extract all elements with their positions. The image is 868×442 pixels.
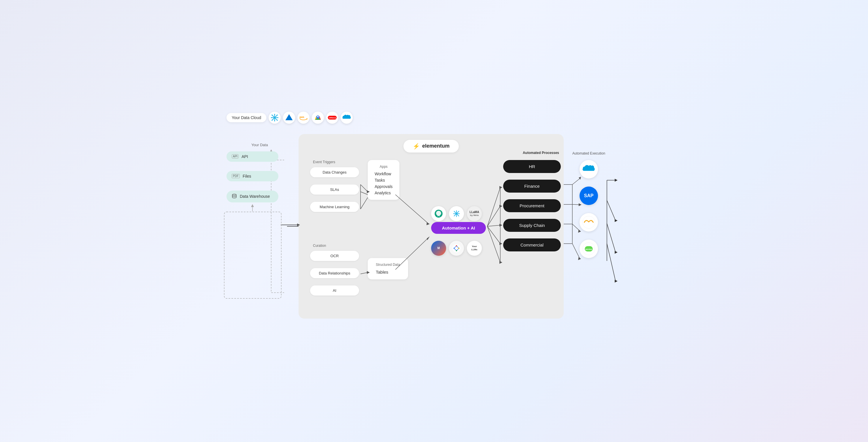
- your-data-cloud-pill: Your Data Cloud: [226, 113, 266, 122]
- svg-marker-71: [499, 242, 502, 245]
- automated-execution-section: Automated Execution SAP: [572, 151, 605, 258]
- svg-point-43: [232, 194, 236, 196]
- servicenow-exec: service: [580, 240, 598, 258]
- gcp-logo-circle: [312, 112, 324, 124]
- svg-marker-42: [615, 280, 618, 283]
- aws-logo-circle: aws: [298, 112, 310, 124]
- gemma-circle: [449, 241, 464, 256]
- ml-pill: Machine Learning: [310, 202, 359, 212]
- workday-exec: [580, 213, 598, 232]
- azure-logo-circle: [283, 112, 295, 124]
- cloud-pill-label: Your Data Cloud: [232, 115, 261, 120]
- svg-line-36: [607, 224, 616, 252]
- svg-point-50: [454, 247, 455, 248]
- svg-point-4: [278, 117, 279, 118]
- svg-marker-40: [615, 219, 618, 222]
- salesforce-logo-circle: [341, 112, 353, 124]
- elementum-logo: ⚡ elementum: [403, 140, 459, 152]
- elementum-brand: elementum: [422, 143, 450, 149]
- svg-rect-79: [224, 212, 281, 298]
- svg-line-35: [607, 200, 616, 220]
- elementum-header: ⚡ elementum: [304, 140, 558, 152]
- svg-marker-70: [499, 224, 502, 227]
- svg-marker-39: [615, 179, 618, 182]
- svg-line-51: [361, 184, 368, 192]
- automation-ai-pill: Automation + AI: [431, 222, 486, 234]
- svg-text:aws: aws: [300, 115, 304, 118]
- files-label: Files: [243, 174, 251, 178]
- svg-marker-57: [427, 222, 430, 225]
- svg-point-3: [271, 117, 272, 118]
- svg-text:service: service: [585, 248, 592, 250]
- automated-execution-label: Automated Execution: [572, 151, 605, 155]
- ai-models-row1: LLaMA by Meta: [431, 206, 482, 221]
- svg-point-1: [274, 114, 275, 115]
- svg-marker-68: [499, 186, 502, 189]
- svg-marker-72: [499, 261, 502, 264]
- svg-line-63: [487, 206, 500, 226]
- app-tasks: Tasks: [375, 178, 393, 182]
- svg-marker-61: [427, 236, 430, 240]
- main-diagram: Your Data API API PDF Files Data Warehou…: [218, 128, 639, 324]
- hr-process: HR: [503, 160, 561, 173]
- dw-label: Data Warehouse: [240, 194, 270, 199]
- structured-data-label: Structured Data: [376, 263, 400, 267]
- apps-box: Apps Workflow Tasks Approvals Analytics: [368, 160, 399, 200]
- ai-models-row2: M YourLLMs: [431, 241, 482, 256]
- data-warehouse-item: Data Warehouse: [226, 190, 278, 202]
- data-changes-pill: Data Changes: [310, 167, 359, 177]
- meta-ai-circle: M: [431, 241, 446, 256]
- svg-line-62: [487, 187, 500, 226]
- oracle-logo-circle: ORACLE: [326, 112, 338, 124]
- svg-line-56: [395, 195, 428, 224]
- llama-circle: LLaMA by Meta: [467, 206, 482, 221]
- svg-point-6: [277, 120, 278, 121]
- snowflake-ai-circle: [449, 206, 464, 221]
- svg-point-11: [317, 116, 319, 117]
- elementum-bolt-icon: ⚡: [413, 143, 420, 150]
- app-approvals: Approvals: [375, 184, 393, 189]
- svg-line-37: [607, 244, 616, 281]
- svg-marker-69: [499, 205, 502, 208]
- slas-pill: SLAs: [310, 184, 359, 195]
- svg-text:ORACLE: ORACLE: [329, 116, 337, 119]
- svg-point-47: [456, 245, 457, 246]
- automated-processes-label: Automated Processes: [523, 151, 559, 155]
- api-data-item: API API: [226, 151, 278, 162]
- svg-line-52: [361, 192, 368, 195]
- data-relationships-pill: Data Relationships: [310, 268, 359, 278]
- svg-line-66: [487, 226, 500, 262]
- your-llms-circle: YourLLMs: [467, 241, 482, 256]
- salesforce-exec: [580, 160, 598, 178]
- sap-exec: SAP: [580, 186, 598, 205]
- ocr-pill: OCR: [310, 251, 359, 261]
- elementum-box: ⚡ elementum Event Triggers Data Changes …: [299, 134, 564, 319]
- apps-list: Workflow Tasks Approvals Analytics: [375, 172, 393, 195]
- commercial-process: Commercial: [503, 238, 561, 252]
- svg-line-64: [487, 225, 500, 226]
- files-data-item: PDF Files: [226, 171, 278, 181]
- svg-point-48: [458, 247, 459, 248]
- your-data-label: Your Data: [234, 143, 286, 147]
- svg-line-65: [487, 226, 500, 244]
- app-workflow: Workflow: [375, 172, 393, 176]
- cloud-logos-row: Your Data Cloud: [218, 112, 650, 124]
- svg-line-58: [361, 272, 368, 274]
- snowflake-logo-circle: [269, 112, 281, 124]
- svg-point-49: [456, 250, 457, 251]
- event-triggers-label: Event Triggers: [313, 160, 335, 164]
- app-analytics: Analytics: [375, 190, 393, 195]
- svg-point-7: [272, 120, 273, 121]
- ai-curation-pill: AI: [310, 286, 359, 296]
- structured-data-box: Structured Data Tables: [368, 258, 408, 279]
- api-icon: API: [232, 154, 239, 158]
- api-label: API: [242, 154, 248, 159]
- procurement-process: Procurement: [503, 199, 561, 212]
- svg-point-5: [272, 115, 273, 116]
- finance-process: Finance: [503, 180, 561, 193]
- svg-point-8: [277, 115, 278, 116]
- curation-label: Curation: [313, 244, 326, 248]
- svg-point-2: [274, 120, 275, 121]
- apps-label: Apps: [375, 165, 393, 169]
- db-icon: [232, 194, 237, 200]
